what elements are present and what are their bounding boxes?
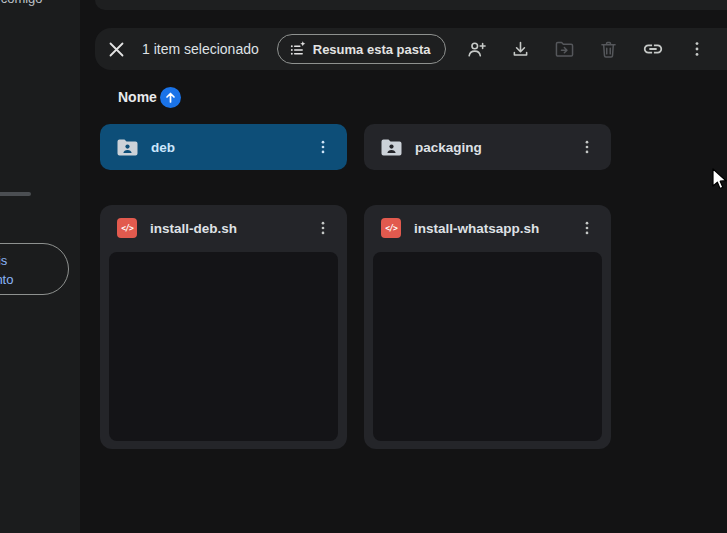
summarize-button-label: Resuma esta pasta: [313, 42, 431, 57]
file-card-install-whatsapp[interactable]: </> install-whatsapp.sh: [364, 205, 611, 449]
more-vert-icon: [687, 39, 707, 59]
share-button[interactable]: [457, 29, 497, 69]
sort-direction-button[interactable]: [160, 87, 181, 108]
sort-by-name-header[interactable]: Nome: [118, 89, 157, 105]
download-button[interactable]: [501, 29, 541, 69]
download-icon: [510, 39, 531, 60]
link-icon: [642, 38, 664, 60]
folder-more-button[interactable]: [311, 135, 335, 159]
script-file-icon: </>: [117, 218, 137, 238]
trash-icon: [598, 39, 619, 60]
folder-tile-deb[interactable]: deb: [100, 124, 347, 170]
folder-tile-header: packaging: [364, 124, 611, 170]
file-preview-thumbnail: [109, 252, 338, 441]
file-more-button[interactable]: [311, 216, 335, 240]
shared-folder-icon: [381, 139, 402, 156]
clear-selection-button[interactable]: [96, 29, 136, 69]
script-file-icon: </>: [381, 218, 401, 238]
more-actions-button[interactable]: [677, 29, 717, 69]
sidebar-item-shared-with-me[interactable]: Compartilhados comigo: [0, 0, 76, 6]
move-to-folder-button[interactable]: [545, 29, 585, 69]
file-preview-thumbnail: [373, 252, 602, 441]
cropped-panel-edge: [95, 0, 727, 10]
delete-button[interactable]: [589, 29, 629, 69]
person-add-icon: [466, 39, 487, 60]
move-to-folder-icon: [554, 39, 575, 60]
file-name: install-whatsapp.sh: [414, 221, 575, 236]
folder-name: deb: [151, 140, 311, 155]
shared-folder-icon: [117, 139, 138, 156]
file-card-header: </> install-whatsapp.sh: [364, 205, 611, 251]
file-name: install-deb.sh: [150, 221, 311, 236]
mouse-cursor: [712, 168, 727, 196]
drive-app-window: 1 item selecionado Resuma esta pasta: [0, 0, 727, 533]
file-more-button[interactable]: [575, 216, 599, 240]
summarize-folder-button[interactable]: Resuma esta pasta: [277, 34, 446, 64]
file-card-install-deb[interactable]: </> install-deb.sh: [100, 205, 347, 449]
folder-tile-header: deb: [100, 124, 347, 170]
buy-storage-button[interactable]: Comprar mais armazenamento: [0, 243, 69, 295]
summarize-icon: [289, 41, 306, 58]
close-icon: [108, 41, 125, 58]
selection-count-label: 1 item selecionado: [142, 41, 259, 57]
storage-progress-bar: [0, 192, 31, 196]
buy-storage-label-line2: armazenamento: [0, 270, 68, 289]
toolbar-action-icons: [457, 29, 717, 69]
folder-name: packaging: [415, 140, 575, 155]
selection-toolbar: 1 item selecionado Resuma esta pasta: [95, 28, 727, 70]
arrow-up-icon: [163, 90, 178, 105]
folder-tile-packaging[interactable]: packaging: [364, 124, 611, 170]
file-card-header: </> install-deb.sh: [100, 205, 347, 251]
buy-storage-label-line1: Comprar mais: [0, 251, 68, 270]
folder-more-button[interactable]: [575, 135, 599, 159]
copy-link-button[interactable]: [633, 29, 673, 69]
sidebar: Compartilhados comigo Comprar mais armaz…: [0, 0, 80, 533]
